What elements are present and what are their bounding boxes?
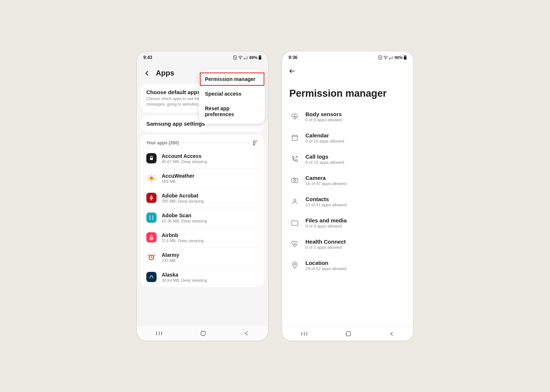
svg-rect-8 (259, 56, 261, 60)
phone-apps-screen: 9:43 89% Apps Permission manager Special… (136, 51, 268, 341)
header (282, 62, 413, 75)
svg-point-10 (150, 176, 153, 180)
app-icon (146, 232, 157, 243)
battery-saver-icon (378, 55, 382, 60)
svg-line-18 (154, 175, 154, 176)
permission-row[interactable]: Camera 16 of 47 apps allowed (282, 170, 413, 191)
signal-icon (244, 56, 248, 59)
nav-back-icon[interactable] (389, 331, 394, 336)
svg-rect-34 (292, 136, 298, 141)
heart-icon (291, 112, 299, 121)
svg-rect-24 (201, 331, 205, 336)
status-bar: 9:36 90% (282, 53, 413, 62)
nav-recents-icon[interactable] (301, 331, 308, 336)
overflow-menu: Permission manager Special access Reset … (199, 70, 265, 124)
permission-row[interactable]: Files and media 0 of 0 apps allowed (282, 212, 413, 233)
person-icon (291, 197, 299, 206)
svg-rect-28 (390, 58, 391, 59)
permission-row[interactable]: Calendar 8 of 16 apps allowed (282, 127, 413, 148)
app-row[interactable]: AccuWeather 189 MB (140, 168, 264, 188)
back-button[interactable] (289, 67, 296, 75)
calendar-icon (291, 134, 299, 142)
svg-rect-30 (392, 56, 393, 59)
your-apps-label: Your apps (260) (146, 140, 179, 145)
back-button[interactable] (143, 70, 151, 77)
permission-sub: 0 of 0 apps allowed (305, 224, 347, 228)
app-sub: 40.67 MB, Deep sleeping (162, 159, 207, 164)
app-icon (146, 252, 157, 262)
app-icon (146, 153, 157, 163)
page-title: Apps (156, 69, 174, 77)
menu-special-access[interactable]: Special access (199, 86, 265, 101)
svg-rect-4 (246, 57, 247, 59)
signal-icon (389, 56, 393, 59)
wifi-icon (238, 56, 243, 59)
sort-icon[interactable] (253, 140, 258, 146)
svg-rect-25 (379, 56, 382, 59)
app-icon (146, 212, 157, 223)
phone-permission-manager-screen: 9:36 90% Permission manager Body sensors… (282, 51, 414, 341)
permission-title: Health Connect (305, 238, 346, 245)
app-row[interactable]: Alaska 30.64 MB, Deep sleeping (140, 267, 264, 287)
your-apps-card: Your apps (260) Account Access 40.67 MB,… (140, 135, 264, 287)
app-row[interactable]: Alarmy 233 MB (140, 247, 264, 267)
page-title: Permission manager (282, 75, 413, 101)
nav-bar (137, 326, 268, 341)
svg-point-42 (294, 263, 296, 265)
divider-dots (182, 143, 250, 143)
status-time: 9:43 (143, 55, 152, 60)
app-sub: 189 MB (162, 179, 194, 184)
permission-sub: 24 of 52 apps allowed (305, 266, 346, 271)
battery-icon (404, 55, 407, 60)
app-name: Alarmy (162, 252, 179, 258)
battery-icon (258, 55, 261, 60)
permission-sub: 13 of 41 apps allowed (305, 203, 346, 207)
permission-title: Calendar (305, 132, 344, 138)
app-name: Airbnb (162, 232, 203, 238)
svg-rect-2 (244, 58, 245, 59)
svg-rect-29 (391, 57, 392, 59)
permission-row[interactable]: Body sensors 0 of 0 apps allowed (282, 106, 413, 127)
nav-back-icon[interactable] (244, 331, 249, 336)
permission-list: Body sensors 0 of 0 apps allowed Calenda… (282, 101, 413, 280)
nav-bar (282, 326, 413, 341)
permission-row[interactable]: Contacts 13 of 41 apps allowed (282, 191, 413, 212)
svg-point-26 (385, 59, 386, 59)
svg-point-20 (148, 273, 155, 281)
pin-icon (291, 261, 299, 269)
permission-title: Files and media (305, 217, 347, 223)
app-sub: 30.64 MB, Deep sleeping (162, 278, 207, 282)
permission-sub: 8 of 16 apps allowed (305, 139, 344, 143)
app-row[interactable]: Account Access 40.67 MB, Deep sleeping (140, 149, 264, 168)
app-name: Account Access (162, 153, 207, 159)
wifi-icon (383, 56, 388, 59)
permission-title: Body sensors (305, 111, 342, 117)
svg-rect-46 (346, 332, 351, 336)
nav-recents-icon[interactable] (156, 331, 162, 336)
permission-row[interactable]: Call logs 8 of 12 apps allowed (282, 148, 413, 170)
permission-sub: 8 of 12 apps allowed (305, 160, 344, 164)
app-icon (146, 272, 157, 282)
permission-title: Camera (305, 175, 346, 181)
nav-home-icon[interactable] (345, 331, 351, 337)
app-row[interactable]: Adobe Acrobat 285 MB, Deep sleeping (140, 188, 264, 208)
svg-rect-33 (404, 56, 406, 60)
status-time: 9:36 (289, 55, 297, 60)
permission-row[interactable]: Health Connect 0 of 1 apps allowed (282, 233, 413, 255)
app-row[interactable]: Adobe Scan 62.35 MB, Deep sleeping (140, 208, 264, 228)
nav-home-icon[interactable] (200, 330, 206, 336)
call-icon (291, 155, 299, 163)
app-sub: 213 MB, Deep sleeping (162, 238, 203, 243)
svg-line-17 (149, 180, 150, 181)
permission-sub: 16 of 47 apps allowed (305, 181, 346, 186)
app-name: Adobe Acrobat (162, 193, 203, 199)
svg-rect-40 (293, 178, 295, 179)
app-icon (146, 193, 157, 203)
svg-line-15 (149, 175, 150, 176)
permission-sub: 0 of 0 apps allowed (305, 118, 342, 122)
app-row[interactable]: Airbnb 213 MB, Deep sleeping (140, 228, 264, 247)
battery-percent: 90% (395, 55, 403, 60)
menu-reset-app-preferences[interactable]: Reset app preferences (199, 101, 265, 122)
permission-row[interactable]: Location 24 of 52 apps allowed (282, 255, 413, 276)
menu-permission-manager[interactable]: Permission manager (199, 72, 265, 86)
